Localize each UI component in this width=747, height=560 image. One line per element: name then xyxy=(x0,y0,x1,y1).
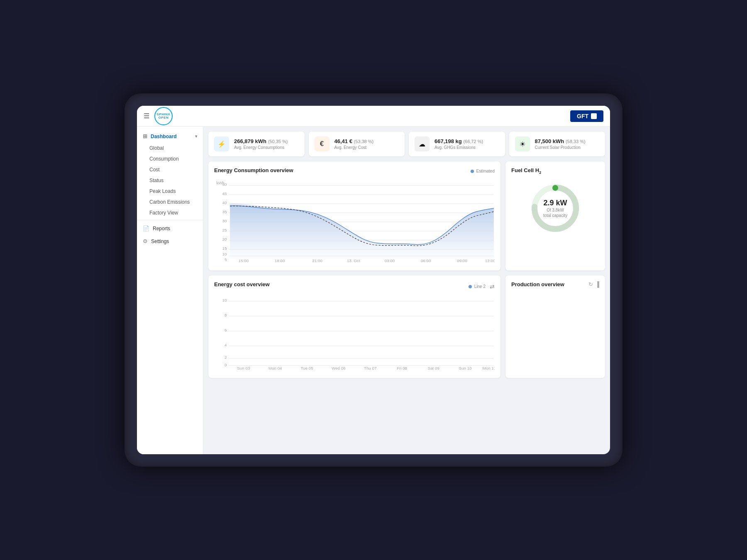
cost-value: 46,41 € (53,38 %) xyxy=(334,138,399,144)
line2-label: Line 2 xyxy=(474,284,486,289)
gft-label: GFT xyxy=(577,113,588,119)
header-left: ☰ SPHINX OPEN xyxy=(144,107,173,125)
svg-text:21:00: 21:00 xyxy=(312,258,322,263)
ghg-label: Avg. GHGs Emissions xyxy=(435,145,499,150)
dashboard-icon: ⊞ xyxy=(143,133,147,139)
energy-icon-box: ⚡ xyxy=(214,136,229,151)
tablet-frame: ☰ SPHINX OPEN GFT ⊞ Dashboard xyxy=(124,93,622,467)
energy-kwh: 266,879 kWh xyxy=(234,138,266,144)
sidebar-item-global[interactable]: Global xyxy=(137,143,203,153)
svg-text:2: 2 xyxy=(225,355,227,360)
stat-card-energy-cost: € 46,41 € (53,38 %) Avg. Energy Cost xyxy=(309,131,405,156)
reports-icon: 📄 xyxy=(143,225,149,231)
cost-label: Avg. Energy Cost xyxy=(334,145,399,150)
svg-text:03:00: 03:00 xyxy=(385,258,395,263)
sidebar-item-cost[interactable]: Cost xyxy=(137,164,203,175)
main-layout: ⊞ Dashboard ▾ Global Consumption Cost St… xyxy=(137,127,610,454)
stat-info-energy: 266,879 kWh (50,35 %) Avg. Energy Consum… xyxy=(234,138,299,150)
fuel-cell-capacity-line2: total capacity xyxy=(543,212,567,218)
solar-percent: (58,33 %) xyxy=(566,139,586,144)
main-content: ⚡ 266,879 kWh (50,35 %) Avg. Energy Cons… xyxy=(203,127,610,454)
svg-text:5: 5 xyxy=(225,257,227,262)
chart-icon[interactable]: ▐ xyxy=(596,281,599,287)
svg-point-30 xyxy=(552,185,558,191)
chevron-down-icon: ▾ xyxy=(195,134,197,139)
fuel-cell-title: Fuel Cell H2 xyxy=(511,167,541,175)
svg-text:25: 25 xyxy=(222,228,227,232)
cost-icon-box: € xyxy=(315,136,330,151)
refresh-icon[interactable]: ↻ xyxy=(588,281,593,287)
sidebar-item-status[interactable]: Status xyxy=(137,175,203,186)
svg-text:Tue 05: Tue 05 xyxy=(300,366,313,370)
energy-consumption-chart: Energy Consumption overview Estimated xyxy=(208,161,500,270)
solar-kwh: 87,500 kWh xyxy=(535,138,564,144)
svg-text:45: 45 xyxy=(222,191,227,196)
sidebar-item-peak-loads[interactable]: Peak Loads xyxy=(137,186,203,197)
sun-icon: ☀ xyxy=(520,140,525,148)
svg-text:Thu 07: Thu 07 xyxy=(364,366,377,370)
sidebar-item-carbon-emissions[interactable]: Carbon Emissions xyxy=(137,197,203,207)
cost-chart-legend: Line 2 xyxy=(469,284,486,289)
fuel-cell-card: Fuel Cell H2 xyxy=(505,161,605,270)
sidebar-item-reports[interactable]: 📄 Reports xyxy=(137,222,203,235)
cost-chart-header: Energy cost overview Line 2 ⇄ xyxy=(214,281,495,292)
fuel-cell-sub: 2 xyxy=(539,170,541,175)
ghg-kg: 667,198 kg xyxy=(435,138,462,144)
sidebar-item-settings[interactable]: ⚙ Settings xyxy=(137,235,203,248)
sidebar: ⊞ Dashboard ▾ Global Consumption Cost St… xyxy=(137,127,203,454)
cloud-icon: ☁ xyxy=(419,140,425,148)
sidebar-settings-label: Settings xyxy=(151,239,169,244)
production-header: Production overview ↻ ▐ xyxy=(511,281,599,287)
stat-card-energy-consumption: ⚡ 266,879 kWh (50,35 %) Avg. Energy Cons… xyxy=(208,131,305,156)
svg-text:6: 6 xyxy=(225,328,227,332)
stat-card-solar: ☀ 87,500 kWh (58,33 %) Current Solar Pro… xyxy=(509,131,605,156)
logo-circle: SPHINX OPEN xyxy=(154,107,173,125)
production-action-icons: ↻ ▐ xyxy=(588,281,599,287)
sidebar-item-dashboard[interactable]: ⊞ Dashboard ▾ xyxy=(137,130,203,143)
sidebar-dashboard-label: Dashboard xyxy=(151,134,177,139)
svg-text:13. Oct: 13. Oct xyxy=(347,258,360,263)
svg-text:Sun 03: Sun 03 xyxy=(237,366,250,370)
estimated-dot xyxy=(471,170,474,173)
svg-text:10: 10 xyxy=(222,298,227,302)
svg-text:Mon 04: Mon 04 xyxy=(269,366,282,370)
lightning-icon: ⚡ xyxy=(217,140,226,148)
gft-square-icon xyxy=(591,113,597,119)
swap-icon[interactable]: ⇄ xyxy=(490,283,495,290)
charts-row: Energy Consumption overview Estimated xyxy=(208,161,605,270)
line2-dot xyxy=(469,285,472,288)
gft-badge[interactable]: GFT xyxy=(570,110,603,122)
fuel-cell-title-text: Fuel Cell H xyxy=(511,167,539,173)
logo-open: OPEN xyxy=(159,116,169,119)
svg-text:40: 40 xyxy=(222,200,227,205)
hamburger-menu-icon[interactable]: ☰ xyxy=(144,112,149,120)
ghg-value: 667,198 kg (66,72 %) xyxy=(435,138,499,144)
donut-center: 2.9 kW Of 3.8kW total capacity xyxy=(543,198,567,218)
stats-row: ⚡ 266,879 kWh (50,35 %) Avg. Energy Cons… xyxy=(208,131,605,156)
energy-chart-legend: Estimated xyxy=(471,169,495,173)
energy-chart-svg: 50 45 40 35 30 25 20 15 10 5 kWh xyxy=(214,180,495,263)
svg-text:35: 35 xyxy=(222,209,227,214)
cost-chart-title: Energy cost overview xyxy=(214,281,270,287)
tablet-screen: ☰ SPHINX OPEN GFT ⊞ Dashboard xyxy=(137,106,610,454)
production-card: Production overview ↻ ▐ xyxy=(505,275,605,378)
svg-text:Wed 06: Wed 06 xyxy=(332,366,346,370)
svg-text:09:00: 09:00 xyxy=(457,258,467,263)
header: ☰ SPHINX OPEN GFT xyxy=(137,106,610,127)
svg-text:kWh: kWh xyxy=(216,180,225,185)
sidebar-item-factory-view[interactable]: Factory View xyxy=(137,207,203,218)
svg-text:8: 8 xyxy=(225,313,227,317)
svg-text:15:00: 15:00 xyxy=(239,258,249,263)
svg-text:15: 15 xyxy=(222,246,227,251)
cost-chart-card: Energy cost overview Line 2 ⇄ xyxy=(208,275,500,378)
sidebar-divider xyxy=(137,220,203,220)
svg-text:06:00: 06:00 xyxy=(421,258,431,263)
cost-amount: 46,41 € xyxy=(334,138,352,144)
fuel-cell-donut: 2.9 kW Of 3.8kW total capacity xyxy=(528,181,582,235)
svg-text:10: 10 xyxy=(222,252,227,256)
energy-chart-title: Energy Consumption overview xyxy=(214,167,293,173)
production-title: Production overview xyxy=(511,281,564,287)
svg-text:12:00: 12:00 xyxy=(485,258,495,263)
ghg-percent: (66,72 %) xyxy=(463,139,483,144)
sidebar-item-consumption[interactable]: Consumption xyxy=(137,153,203,164)
